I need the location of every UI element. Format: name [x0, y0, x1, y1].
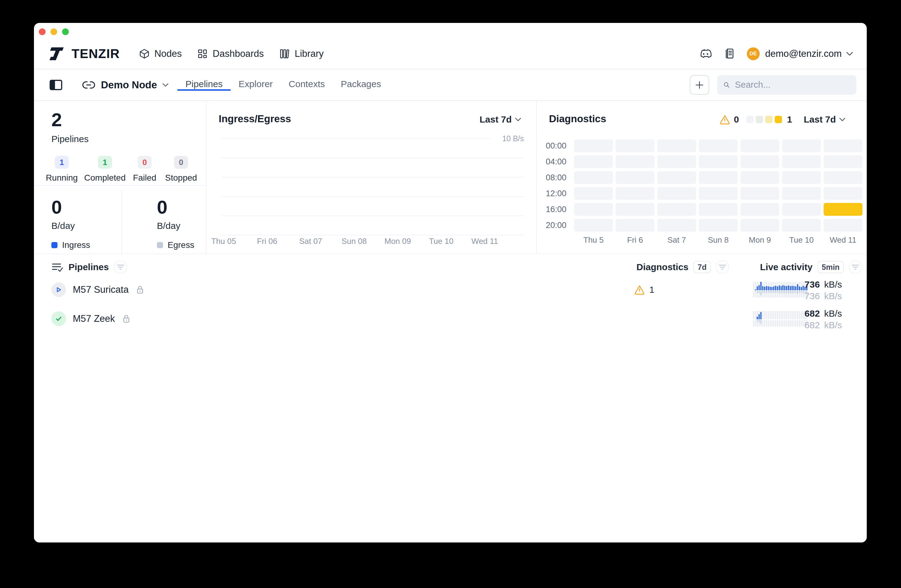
heatmap-cell [657, 139, 696, 152]
sidebar-toggle-icon[interactable] [49, 79, 63, 91]
heatmap-row-label: 04:00 [539, 155, 566, 168]
tab-pipelines[interactable]: Pipelines [178, 79, 231, 91]
heatmap-col-label: Sat 7 [657, 235, 696, 245]
spark-slot [795, 282, 797, 298]
spark-slot [792, 311, 793, 327]
pipelines-total: 2 [51, 109, 62, 131]
search-input[interactable] [735, 80, 850, 90]
docs-icon[interactable] [724, 48, 735, 60]
status-stopped: 0 Stopped [165, 156, 197, 183]
heatmap-col-label: Fri 6 [616, 235, 655, 245]
spark-slot [757, 282, 758, 298]
ingress-egress-chart-panel: Ingress/Egress Last 7d 10 B/s Thu 05Fri … [206, 101, 537, 254]
search-box[interactable] [717, 75, 856, 95]
spark-slot [760, 282, 762, 298]
close-window-button[interactable] [39, 28, 45, 35]
pipeline-row[interactable]: M57 Suricata 1 736 kB/s 736 kB/s [34, 275, 867, 304]
heatmap-row: 12:00 [539, 187, 862, 200]
spark-slot [770, 282, 771, 298]
heatmap-cell [740, 219, 779, 232]
heatmap-cell [616, 171, 655, 184]
pipeline-stats-panel: 2 Pipelines 1 Running 1 Completed 0 Fail… [34, 101, 206, 254]
list-title: Pipelines [69, 262, 109, 272]
x-axis-label: Sun 08 [332, 236, 376, 246]
spark-slot [801, 311, 802, 327]
live-activity-range-badge[interactable]: 5min [817, 261, 844, 273]
live-activity-filter-button[interactable] [849, 260, 862, 274]
diagnostics-heatmap: 00:0004:0008:0012:0016:0020:00Thu 5Fri 6… [539, 139, 862, 248]
nav-item-library[interactable]: Library [279, 48, 324, 59]
heatmap-cell [824, 203, 862, 216]
filter-icon [117, 264, 125, 270]
spark-slot [762, 282, 763, 298]
tenzir-brand[interactable]: TENZIR [50, 47, 120, 61]
pipeline-row-main[interactable]: M57 Suricata [51, 275, 145, 304]
heatmap-cell [574, 139, 613, 152]
dashboard-grid-icon [197, 48, 208, 59]
spark-slot [783, 311, 784, 327]
ingress-swatch [51, 242, 58, 248]
heatmap-cell [782, 187, 821, 200]
node-tabs: Pipelines Explorer Contexts Packages [178, 79, 389, 91]
zoom-window-button[interactable] [62, 28, 69, 35]
add-pipeline-button[interactable] [690, 75, 709, 95]
pipeline-diagnostics-cell[interactable]: 1 [634, 275, 655, 304]
user-menu[interactable]: DE demo@tenzir.com [747, 47, 853, 60]
spark-slot [788, 282, 789, 298]
spark-slot [755, 311, 756, 327]
pipelines-list-header: Pipelines Diagnostics 7d Live activity 5… [34, 260, 867, 275]
running-status-icon [51, 282, 66, 297]
divider [122, 190, 122, 254]
x-axis-label: Wed 11 [463, 236, 507, 246]
discord-icon[interactable] [698, 48, 712, 59]
pipeline-row-main[interactable]: M57 Zeek [51, 304, 131, 333]
pipeline-row[interactable]: M57 Zeek 682 kB/s 682 kB/s [34, 304, 867, 333]
diagnostics-legend-swatches [746, 116, 782, 123]
stopped-count-badge: 0 [174, 156, 188, 169]
pipeline-name: M57 Suricata [73, 284, 129, 295]
heatmap-cell [782, 203, 821, 216]
nav-item-dashboards[interactable]: Dashboards [197, 48, 263, 59]
nav-item-label: Dashboards [212, 48, 263, 59]
pipelines-filter-button[interactable] [114, 260, 127, 274]
heatmap-cell [657, 155, 696, 168]
rate-current: 736 kB/s [802, 279, 842, 290]
node-selector[interactable]: Demo Node [82, 79, 169, 91]
status-completed: 1 Completed [84, 156, 125, 183]
list-check-icon [51, 261, 64, 273]
tenzir-logo-icon [50, 47, 66, 61]
tab-packages[interactable]: Packages [333, 79, 389, 91]
search-icon [723, 80, 730, 90]
y-axis-tick-label: 10 B/s [502, 134, 524, 143]
spark-slot [777, 282, 778, 298]
filter-icon [719, 264, 726, 270]
gridline [222, 158, 524, 158]
heatmap-cell [824, 187, 862, 200]
warning-count: 0 [734, 114, 739, 125]
chevron-down-icon [162, 83, 169, 87]
warning-triangle-icon [634, 285, 645, 295]
heatmap-col-labels: Thu 5Fri 6Sat 7Sun 8Mon 9Tue 10Wed 11 [539, 235, 862, 245]
x-axis-label: Mon 09 [376, 236, 419, 246]
diagnostics-filter-button[interactable] [716, 260, 729, 274]
spark-slot [786, 282, 787, 298]
egress-value: 0 [157, 196, 167, 218]
lock-icon [122, 314, 131, 324]
heatmap-cell [699, 219, 738, 232]
gridline [222, 138, 489, 139]
spark-slot [766, 311, 767, 327]
spark-slot [759, 282, 760, 298]
heatmap-cell [574, 171, 613, 184]
spark-slot [799, 282, 800, 298]
nav-item-label: Library [295, 48, 324, 59]
nav-item-nodes[interactable]: Nodes [139, 48, 182, 59]
tab-contexts[interactable]: Contexts [281, 79, 333, 91]
tab-explorer[interactable]: Explorer [231, 79, 281, 91]
minimize-window-button[interactable] [50, 28, 57, 35]
heatmap-cell [782, 219, 821, 232]
diagnostics-range-select[interactable]: Last 7d [804, 114, 846, 125]
diagnostics-range-badge[interactable]: 7d [693, 261, 711, 273]
spark-slot [768, 311, 769, 327]
diagnostics-legend: 0 1 Last 7d [719, 114, 846, 125]
nav-item-label: Nodes [154, 48, 182, 59]
